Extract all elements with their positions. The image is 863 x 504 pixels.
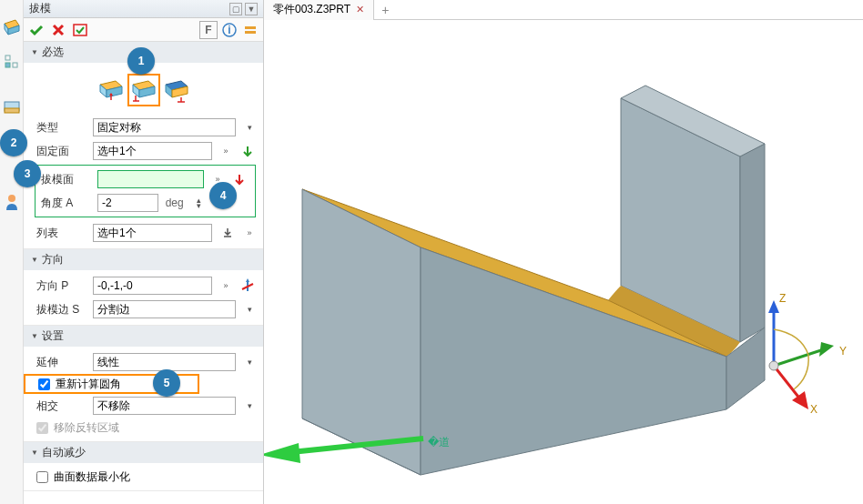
ok-button[interactable] — [27, 21, 46, 39]
draft-type-1[interactable] — [95, 74, 127, 106]
download-icon[interactable] — [219, 225, 236, 241]
panel-body: 拔模 ▢ ▼ F i 必选 — [24, 0, 263, 504]
svg-text:X: X — [810, 403, 817, 416]
extend-select[interactable]: 线性 — [93, 353, 236, 371]
intersect-field: 相交 不移除 ▾ — [24, 394, 263, 418]
draft-feature-icon[interactable] — [3, 18, 21, 36]
new-tab-button[interactable]: + — [374, 3, 396, 17]
callout-5: 5 — [153, 369, 180, 397]
cancel-button[interactable] — [49, 21, 67, 39]
chevrons-icon[interactable]: » — [219, 147, 232, 156]
fixface-field: 固定面 选中1个 » — [24, 139, 263, 163]
svg-rect-15 — [245, 31, 256, 34]
svg-rect-7 — [5, 108, 19, 113]
svg-rect-14 — [245, 26, 256, 29]
tab-part[interactable]: 零件003.Z3PRT ✕ — [264, 0, 374, 20]
svg-text:i: i — [228, 24, 230, 36]
svg-text:�道: �道 — [428, 436, 450, 449]
extend-field: 延伸 线性 ▾ — [24, 350, 263, 374]
section-direction[interactable]: 方向 — [24, 249, 263, 270]
left-icon-strip — [0, 0, 24, 504]
minimize-checkbox[interactable] — [36, 471, 48, 483]
intersect-select[interactable]: 不移除 — [93, 397, 236, 415]
section-auto[interactable]: 自动减少 — [24, 442, 263, 463]
edge-field: 拔模边 S 分割边 ▾ — [24, 297, 263, 321]
draft-type-3[interactable] — [160, 74, 193, 106]
svg-marker-32 — [246, 278, 249, 282]
svg-point-85 — [769, 361, 778, 370]
draftface-input[interactable] — [97, 170, 204, 188]
person-icon[interactable] — [3, 193, 21, 211]
chevrons-icon[interactable]: » — [219, 282, 232, 290]
spinner-icon[interactable]: ▴▾ — [193, 197, 206, 208]
recalc-checkbox[interactable] — [38, 378, 50, 390]
pick-icon[interactable] — [239, 143, 256, 159]
list-field: 列表 选中1个 » — [24, 221, 263, 245]
apply-button[interactable] — [71, 21, 89, 39]
svg-point-10 — [8, 195, 15, 202]
type-select[interactable]: 固定对称 — [93, 118, 236, 136]
axis-icon[interactable] — [239, 277, 256, 294]
fixface-input[interactable]: 选中1个 — [93, 142, 212, 160]
f-button[interactable]: F — [199, 21, 218, 39]
dir-input[interactable]: -0,-1,-0 — [93, 277, 212, 295]
dropdown-icon[interactable]: ▾ — [243, 358, 256, 367]
callout-1: 1 — [127, 47, 155, 75]
properties-panel: 拔模 ▢ ▼ F i 必选 — [0, 0, 264, 504]
panel-title-text: 拔模 — [29, 1, 51, 16]
panel-close-icon[interactable]: ▼ — [245, 3, 258, 15]
callout-4: 4 — [209, 182, 237, 209]
canvas-3d[interactable]: �道 X Y Z — [264, 20, 863, 504]
close-icon[interactable]: ✕ — [356, 4, 364, 15]
section-settings[interactable]: 设置 — [24, 326, 263, 347]
expand-button[interactable] — [241, 21, 259, 39]
dropdown-icon[interactable]: ▾ — [243, 306, 256, 314]
list-input[interactable]: 选中1个 — [93, 224, 212, 242]
callout-3: 3 — [14, 160, 41, 187]
info-button[interactable]: i — [220, 21, 239, 39]
draft-type-2-selected[interactable] — [127, 74, 160, 106]
svg-rect-4 — [5, 63, 10, 67]
dropdown-icon[interactable]: ▾ — [243, 402, 256, 410]
viewport: 零件003.Z3PRT ✕ + ▾ ▾ ▾ ▾ ▾ ▾ — [264, 0, 863, 504]
pick-red-icon[interactable] — [231, 171, 248, 187]
tabbar: 零件003.Z3PRT ✕ + — [264, 0, 863, 20]
dropdown-icon[interactable]: ▾ — [243, 124, 256, 132]
angle-input[interactable]: -2 — [97, 194, 158, 212]
remove-flip-checkbox — [36, 422, 48, 434]
dir-field: 方向 P -0,-1,-0 » — [24, 274, 263, 297]
type-field: 类型 固定对称 ▾ — [24, 116, 263, 139]
panel-toolbar: F i — [24, 18, 263, 42]
panel-titlebar: 拔模 ▢ ▼ — [24, 0, 263, 18]
callout-2: 2 — [0, 129, 27, 156]
tree-icon[interactable] — [3, 53, 21, 71]
svg-rect-11 — [74, 25, 86, 35]
edge-select[interactable]: 分割边 — [93, 300, 236, 318]
svg-rect-3 — [5, 55, 10, 60]
svg-rect-5 — [13, 63, 17, 67]
svg-text:Z: Z — [779, 292, 786, 305]
panel-pin-icon[interactable]: ▢ — [229, 3, 242, 15]
view-icon[interactable] — [3, 98, 21, 116]
svg-marker-69 — [740, 144, 765, 342]
remove-flip-row: 移除反转区域 — [24, 418, 263, 438]
chevrons-icon[interactable]: » — [243, 229, 256, 237]
minimize-row[interactable]: 曲面数据最小化 — [24, 467, 263, 487]
svg-text:Y: Y — [839, 345, 847, 358]
